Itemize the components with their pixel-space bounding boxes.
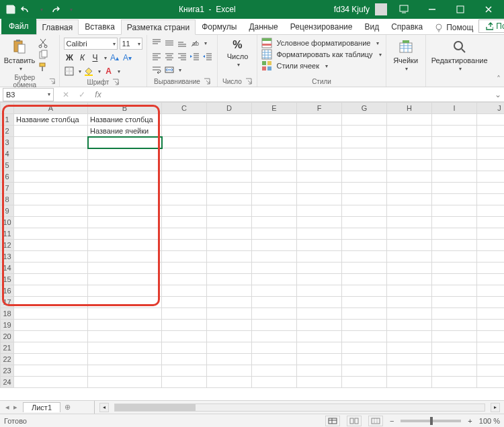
- cell[interactable]: [88, 171, 162, 183]
- select-all-corner[interactable]: [1, 103, 14, 114]
- cell[interactable]: [387, 194, 432, 205]
- cell[interactable]: [432, 377, 477, 388]
- cell[interactable]: [14, 285, 88, 297]
- cell[interactable]: [252, 354, 297, 365]
- row-header[interactable]: 7: [1, 183, 14, 194]
- col-header[interactable]: A: [14, 103, 88, 114]
- cell[interactable]: [387, 205, 432, 217]
- undo-icon[interactable]: [20, 4, 31, 15]
- undo-dropdown-icon[interactable]: ▾: [35, 4, 46, 15]
- cell[interactable]: [88, 308, 162, 320]
- cell[interactable]: [207, 240, 252, 251]
- increase-font-icon[interactable]: A▴: [109, 52, 120, 63]
- cell[interactable]: [162, 148, 207, 160]
- orientation-icon[interactable]: ab: [190, 38, 200, 48]
- cell[interactable]: [14, 331, 88, 342]
- cell[interactable]: [252, 320, 297, 331]
- cell[interactable]: [252, 285, 297, 297]
- cell[interactable]: [252, 205, 297, 217]
- cell[interactable]: [342, 274, 387, 285]
- cell[interactable]: [88, 377, 162, 388]
- cell[interactable]: [297, 137, 342, 148]
- dialog-launcher-icon[interactable]: [48, 77, 56, 85]
- cell[interactable]: [297, 365, 342, 377]
- cell[interactable]: [342, 342, 387, 354]
- cell[interactable]: [432, 137, 477, 148]
- col-header[interactable]: H: [387, 103, 432, 114]
- cell[interactable]: [342, 365, 387, 377]
- cell[interactable]: [432, 251, 477, 263]
- cell[interactable]: [162, 205, 207, 217]
- cell[interactable]: [297, 354, 342, 365]
- cell[interactable]: [14, 126, 88, 137]
- cell[interactable]: [477, 126, 505, 137]
- cell[interactable]: [207, 114, 252, 126]
- cell[interactable]: [207, 137, 252, 148]
- cell[interactable]: [432, 240, 477, 251]
- enter-icon[interactable]: ✓: [74, 90, 90, 99]
- row-header[interactable]: 1: [1, 114, 14, 126]
- increase-indent-icon[interactable]: [202, 51, 213, 62]
- cell[interactable]: [207, 320, 252, 331]
- cell[interactable]: [477, 285, 505, 297]
- cell[interactable]: [297, 171, 342, 183]
- cell[interactable]: [387, 331, 432, 342]
- cell[interactable]: [477, 354, 505, 365]
- cell[interactable]: [342, 377, 387, 388]
- align-right-icon[interactable]: [177, 51, 187, 62]
- share-button[interactable]: Поделиться: [478, 19, 504, 33]
- cell[interactable]: [14, 217, 88, 228]
- cell[interactable]: [14, 137, 88, 148]
- cell[interactable]: [252, 114, 297, 126]
- row-header[interactable]: 8: [1, 194, 14, 205]
- align-center-icon[interactable]: [164, 51, 175, 62]
- editing-button[interactable]: Редактирование ▾: [430, 36, 489, 72]
- row-header[interactable]: 4: [1, 148, 14, 160]
- save-icon[interactable]: [5, 4, 16, 15]
- cell[interactable]: [477, 205, 505, 217]
- col-header[interactable]: G: [342, 103, 387, 114]
- cell[interactable]: [297, 183, 342, 194]
- zoom-out-icon[interactable]: −: [390, 417, 394, 425]
- cell[interactable]: [252, 228, 297, 240]
- cell[interactable]: [477, 171, 505, 183]
- cell[interactable]: [162, 137, 207, 148]
- ribbon-options-icon[interactable]: [392, 0, 415, 19]
- dialog-launcher-icon[interactable]: [245, 77, 253, 85]
- scroll-right-icon[interactable]: ▸: [491, 403, 500, 412]
- cell[interactable]: [432, 171, 477, 183]
- row-header[interactable]: 18: [1, 308, 14, 320]
- cell[interactable]: [477, 137, 505, 148]
- cell[interactable]: [207, 274, 252, 285]
- cell[interactable]: [342, 194, 387, 205]
- cell[interactable]: [387, 160, 432, 171]
- maximize-icon[interactable]: [449, 0, 472, 19]
- cell[interactable]: [477, 148, 505, 160]
- cell[interactable]: [207, 228, 252, 240]
- cell[interactable]: [342, 137, 387, 148]
- col-header[interactable]: J: [477, 103, 505, 114]
- cell[interactable]: [252, 137, 297, 148]
- align-top-icon[interactable]: [151, 38, 162, 48]
- cell[interactable]: [88, 274, 162, 285]
- cell[interactable]: [432, 331, 477, 342]
- cell[interactable]: [252, 171, 297, 183]
- cell[interactable]: [14, 365, 88, 377]
- cell[interactable]: [14, 377, 88, 388]
- cell[interactable]: [477, 240, 505, 251]
- cell[interactable]: [252, 377, 297, 388]
- cell[interactable]: [477, 342, 505, 354]
- cell[interactable]: [88, 148, 162, 160]
- cell[interactable]: [297, 274, 342, 285]
- cell[interactable]: [297, 308, 342, 320]
- cell[interactable]: [432, 297, 477, 308]
- cell[interactable]: [387, 274, 432, 285]
- cell[interactable]: [88, 342, 162, 354]
- cell[interactable]: [162, 297, 207, 308]
- cell[interactable]: [162, 274, 207, 285]
- cell[interactable]: [432, 320, 477, 331]
- cell[interactable]: [477, 160, 505, 171]
- cell[interactable]: [297, 240, 342, 251]
- row-header[interactable]: 19: [1, 320, 14, 331]
- cell[interactable]: [207, 297, 252, 308]
